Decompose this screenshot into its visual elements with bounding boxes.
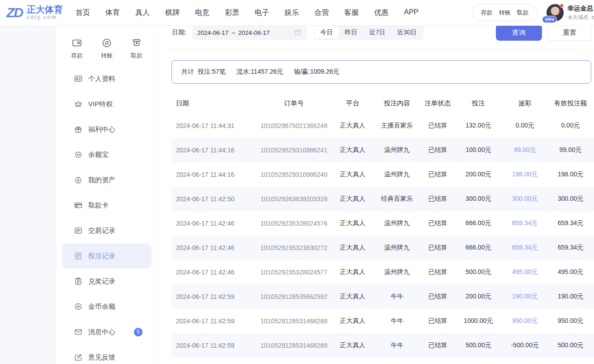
cell-payout: 659.34元 <box>503 219 547 227</box>
sidebar-item-label: 余额宝 <box>88 151 109 159</box>
range-button-0[interactable]: 今日 <box>314 26 339 39</box>
feedback-icon <box>74 353 83 362</box>
range-button-3[interactable]: 近30日 <box>391 26 423 39</box>
sidebar-item-label: 取款卡 <box>88 201 109 210</box>
cell-valid: 99.00元 <box>547 146 594 154</box>
sidebar-item-label: 投注记录 <box>88 252 115 260</box>
cell-order: 1010529675021365248 <box>255 122 333 129</box>
table-header-row: 日期订单号平台投注内容注单状态投注派彩有效投注额 <box>171 93 594 113</box>
cell-bet: 666.00元 <box>454 219 503 227</box>
nav-item-0[interactable]: 首页 <box>76 8 90 18</box>
user-permanent-domain: 永久域名: z <box>568 14 594 21</box>
table-body: 2024-06-17 11:44:311010529675021365248正大… <box>171 113 594 358</box>
sidebar-item-2[interactable]: 福利中心 <box>62 117 152 142</box>
cell-date: 2024-06-17 11:44:16 <box>171 147 255 154</box>
nav-item-3[interactable]: 棋牌 <box>165 8 180 18</box>
sidebar-item-8[interactable]: 兑奖记录 <box>62 269 152 294</box>
filter-row: 日期: 2024-06-17 ~ 2024-06-17 今日昨日近7日近30日 … <box>172 23 591 42</box>
transaction-list-icon <box>74 226 83 235</box>
cell-valid: 950.00元 <box>547 317 594 325</box>
quick-action-2[interactable]: 取款 <box>131 38 143 60</box>
cell-bet: 500.00元 <box>454 268 503 276</box>
cell-date: 2024-06-17 11:42:59 <box>171 342 255 349</box>
table-row: 2024-06-17 11:44:161010529529310986240正大… <box>171 162 594 187</box>
avatar[interactable]: VIP4 <box>546 4 564 21</box>
cell-payout: 190.00元 <box>503 293 547 301</box>
sidebar-item-4[interactable]: 我的资产 <box>62 167 152 193</box>
cell-order: 1010529529310986241 <box>255 147 333 154</box>
date-range-input[interactable]: 2024-06-17 ~ 2024-06-17 <box>192 25 306 40</box>
cell-bet: 500.00元 <box>454 341 503 350</box>
quick-action-1[interactable]: 转账 <box>101 38 113 60</box>
header-quick-link-2[interactable]: 取款 <box>517 9 529 17</box>
cell-content: 温州牌九 <box>373 219 422 227</box>
brand-logo-icon: ZD <box>6 5 23 20</box>
nav-item-2[interactable]: 真人 <box>135 8 150 18</box>
brand-name: 正大体育 <box>27 5 63 15</box>
sidebar-item-label: 福利中心 <box>88 125 115 134</box>
sidebar-item-3[interactable]: 余额宝 <box>62 142 152 167</box>
nav-item-6[interactable]: 电子 <box>255 8 269 18</box>
cell-valid: 659.34元 <box>547 244 594 252</box>
bet-record-icon <box>74 251 83 260</box>
cell-valid: 198.00元 <box>547 170 594 179</box>
nav-item-10[interactable]: 优惠 <box>374 8 389 18</box>
cell-valid: 190.00元 <box>547 293 594 301</box>
gift-icon <box>74 125 83 134</box>
cell-content: 牛牛 <box>373 293 422 301</box>
reset-button[interactable]: 重置 <box>548 24 591 41</box>
table-row: 2024-06-17 11:44:161010529529310986241正大… <box>171 138 594 162</box>
nav-item-7[interactable]: 娱乐 <box>285 8 299 18</box>
date-from: 2024-06-17 <box>197 29 228 36</box>
nav-item-8[interactable]: 合营 <box>314 8 329 18</box>
brand-domain: zdty.com <box>27 14 63 20</box>
cell-payout: 950.00元 <box>503 317 547 325</box>
sidebar-item-1[interactable]: VIP特权 <box>62 91 152 117</box>
bank-card-icon <box>74 201 83 210</box>
column-header-2: 平台 <box>333 99 373 108</box>
assets-icon <box>74 175 83 184</box>
header-quick-link-1[interactable]: 转账 <box>499 9 511 17</box>
cell-date: 2024-06-17 11:42:59 <box>171 293 255 300</box>
cell-platform: 正大真人 <box>333 244 373 252</box>
cell-status: 已结算 <box>421 146 454 154</box>
summary-bets: 投注:57笔 <box>198 68 225 76</box>
range-button-1[interactable]: 昨日 <box>339 26 363 39</box>
summary-winloss: 输/赢:1009.26元 <box>294 68 339 76</box>
column-header-4: 注单状态 <box>421 99 454 108</box>
sidebar-item-9[interactable]: 金币余额 <box>62 294 152 319</box>
nav-item-4[interactable]: 电竞 <box>195 8 209 18</box>
sidebar-item-5[interactable]: 取款卡 <box>62 193 152 218</box>
date-to: 2024-06-17 <box>238 29 270 36</box>
range-button-2[interactable]: 近7日 <box>363 26 391 39</box>
cell-status: 已结算 <box>421 219 454 227</box>
summary-prefix: 共计 <box>181 68 194 76</box>
sidebar-item-10[interactable]: 消息中心5 <box>62 319 152 345</box>
nav-item-9[interactable]: 客服 <box>344 8 359 18</box>
sidebar-item-11[interactable]: 意见反馈 <box>62 345 152 364</box>
quick-action-0[interactable]: 存款 <box>71 38 83 60</box>
sidebar-item-label: 交易记录 <box>88 227 115 235</box>
cell-order: 1010529263839203328 <box>255 195 333 203</box>
cell-content: 温州牌九 <box>373 170 422 179</box>
nav-item-1[interactable]: 体育 <box>105 8 120 18</box>
column-header-5: 投注 <box>454 99 503 108</box>
cell-date: 2024-06-17 11:44:16 <box>171 171 255 178</box>
brand-text: 正大体育 zdty.com <box>27 5 63 21</box>
cell-status: 已结算 <box>421 317 454 325</box>
cell-order: 1010529128531468289 <box>255 342 333 349</box>
brand-logo[interactable]: ZD 正大体育 zdty.com <box>6 5 63 21</box>
sidebar-item-6[interactable]: 交易记录 <box>62 218 152 243</box>
sidebar-item-7[interactable]: 投注记录 <box>62 243 152 269</box>
calendar-icon <box>294 29 301 36</box>
nav-item-11[interactable]: APP <box>404 8 418 18</box>
nav-item-5[interactable]: 彩票 <box>225 8 239 18</box>
sidebar-item-0[interactable]: 个人资料 <box>62 66 152 91</box>
cell-content: 主播百家乐 <box>373 122 422 130</box>
transfer-icon <box>101 38 112 48</box>
cell-platform: 正大真人 <box>333 219 373 227</box>
search-button[interactable]: 查询 <box>496 24 542 41</box>
summary-turnover: 流水:11457.26元 <box>236 68 283 76</box>
top-header: ZD 正大体育 zdty.com 首页体育真人棋牌电竞彩票电子娱乐合营客服优惠A… <box>0 0 594 26</box>
header-quick-link-0[interactable]: 存款 <box>481 9 493 17</box>
